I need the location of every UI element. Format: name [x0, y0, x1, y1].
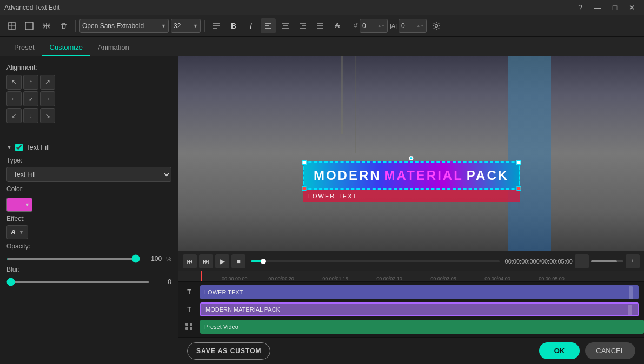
playback-bar: ⏮ ⏭ ▶ ■ 00:00:00:000/00:00:05:00 − [178, 251, 644, 271]
align-bottom-center[interactable]: ↓ [23, 108, 38, 123]
align-justify-icon[interactable] [313, 18, 328, 33]
minimize-icon: — [594, 3, 601, 12]
font-size-input[interactable]: 32 ▼ [171, 19, 201, 33]
color-picker-row: ▼ [6, 198, 171, 212]
minimize-button[interactable]: — [590, 0, 605, 15]
align-middle-right[interactable]: → [40, 91, 55, 106]
main-text-word3: PACK [467, 168, 509, 183]
toolbar-separator-2 [204, 20, 205, 32]
tab-customize[interactable]: Customize [42, 40, 90, 56]
spacing-icon: |A| [390, 23, 397, 29]
strikethrough-icon[interactable]: A [330, 18, 345, 33]
effect-control-row: A ▼ [6, 225, 171, 239]
ruler-mark-3: 00:00:02:10 [362, 276, 416, 281]
tab-animation[interactable]: Animation [90, 40, 137, 56]
toolbar-separator-3 [349, 20, 349, 32]
color-label: Color: [6, 185, 171, 193]
corner-handle-tr[interactable] [516, 160, 521, 165]
effect-label: Effect: [6, 215, 171, 223]
char-spacing-input[interactable]: 0 ▲▼ [399, 19, 427, 33]
save-as-custom-button[interactable]: SAVE AS CUSTOM [187, 342, 270, 360]
close-button[interactable]: ✕ [625, 0, 640, 15]
svg-point-19 [435, 24, 438, 27]
align-middle-left[interactable]: ← [6, 91, 22, 106]
corner-handle-bl[interactable] [302, 186, 306, 191]
move-tool-icon[interactable] [4, 18, 19, 33]
blur-row: Blur: 0 [6, 266, 171, 286]
opacity-slider[interactable] [6, 258, 140, 260]
effect-selector[interactable]: A ▼ [6, 225, 28, 239]
align-left-icon[interactable] [261, 18, 276, 33]
lower-text-bar: LOWER TEXT [303, 190, 520, 202]
align-top-left[interactable]: ↖ [6, 75, 22, 90]
main-text-bar: MODERN MATERIAL PACK [303, 161, 520, 190]
text-overlay[interactable]: MODERN MATERIAL PACK LOWER TEXT [303, 161, 520, 202]
app-title: Advanced Text Edit [4, 4, 60, 11]
clip-modern-material[interactable]: MODERN MATERIAL PACK [200, 302, 639, 316]
color-swatch[interactable]: ▼ [6, 198, 32, 212]
step-back-button[interactable]: ⏭ [199, 254, 213, 268]
font-family-selector[interactable]: Open Sans Extrabold ▼ [79, 19, 169, 33]
italic-button[interactable]: I [243, 18, 258, 33]
opacity-unit: % [166, 255, 171, 262]
progress-knob[interactable] [261, 259, 266, 264]
toolbar-separator-1 [75, 20, 76, 32]
bg-line-2 [355, 56, 356, 153]
track-modern-material: T MODERN MATERIAL PACK [178, 301, 644, 318]
font-size-arrow: ▼ [193, 23, 198, 29]
ruler-marks-container: 00:00:00:00 00:00:00:20 00:00:01:15 00:0… [200, 271, 644, 281]
type-select[interactable]: Text Fill [6, 167, 171, 182]
rotation-input[interactable]: 0 ▲▼ [360, 19, 388, 33]
align-bottom-left[interactable]: ↙ [6, 108, 22, 123]
stop-button[interactable]: ■ [231, 254, 245, 268]
svg-rect-3 [25, 22, 33, 30]
text-spacing-icon[interactable] [209, 18, 224, 33]
help-button[interactable]: ? [573, 0, 588, 15]
volume-bar[interactable] [591, 260, 623, 262]
playhead-ruler [201, 271, 202, 281]
rotation-value: 0 [362, 22, 366, 30]
alignment-grid: ↖ ↑ ↗ ← ⤢ → ↙ ↓ ↘ [6, 75, 171, 123]
timeline-ruler: 00:00:00:00 00:00:00:20 00:00:01:15 00:0… [178, 271, 644, 282]
volume-up-button[interactable]: + [626, 254, 640, 268]
skip-back-button[interactable]: ⏮ [183, 254, 197, 268]
corner-handle-br[interactable] [516, 186, 521, 191]
volume-down-button[interactable]: − [575, 254, 589, 268]
settings-icon[interactable] [429, 18, 444, 33]
font-name-label: Open Sans Extrabold [82, 22, 144, 30]
crop-tool-icon[interactable] [22, 18, 37, 33]
align-top-center[interactable]: ↑ [23, 75, 38, 90]
color-dropdown-icon: ▼ [25, 202, 30, 207]
sidebar: Alignment: ↖ ↑ ↗ ← ⤢ → ↙ ↓ ↘ ▼ Text Fill [0, 56, 178, 364]
type-label: Type: [6, 157, 171, 164]
align-center-icon[interactable] [278, 18, 293, 33]
clip-lower-text[interactable]: LOWER TEXT [200, 285, 639, 299]
bold-button[interactable]: B [226, 18, 241, 33]
align-bottom-right[interactable]: ↘ [40, 108, 55, 123]
clip-lower-resize[interactable] [629, 286, 633, 299]
text-fill-checkbox[interactable] [15, 144, 23, 151]
ok-button[interactable]: OK [539, 342, 580, 359]
align-right-icon[interactable] [295, 18, 310, 33]
clip-modern-resize[interactable] [628, 305, 632, 316]
blur-slider[interactable] [6, 281, 150, 283]
tab-preset[interactable]: Preset [6, 40, 42, 56]
play-button[interactable]: ▶ [215, 254, 229, 268]
timeline-tracks: T LOWER TEXT T [178, 282, 644, 337]
delete-tool-icon[interactable] [56, 18, 71, 33]
tabs-bar: Preset Customize Animation [0, 37, 644, 56]
cancel-button[interactable]: CANCEL [585, 342, 635, 359]
type-row: Type: Text Fill [6, 157, 171, 182]
action-bar: SAVE AS CUSTOM OK CANCEL [178, 337, 644, 364]
timeline-progress[interactable] [251, 260, 500, 262]
align-top-right[interactable]: ↗ [40, 75, 55, 90]
ruler-mark-0: 00:00:00:00 [222, 276, 254, 281]
clip-preset-video[interactable]: Preset Video [200, 320, 644, 334]
maximize-button[interactable]: □ [607, 0, 622, 15]
corner-handle-tl [302, 160, 306, 165]
titlebar-icons: ? — □ ✕ [573, 0, 640, 15]
timeline: ⏮ ⏭ ▶ ■ 00:00:00:000/00:00:05:00 − [178, 251, 644, 337]
align-middle-center[interactable]: ⤢ [23, 91, 38, 106]
collapse-arrow[interactable]: ▼ [6, 144, 12, 150]
flip-tool-icon[interactable] [39, 18, 54, 33]
